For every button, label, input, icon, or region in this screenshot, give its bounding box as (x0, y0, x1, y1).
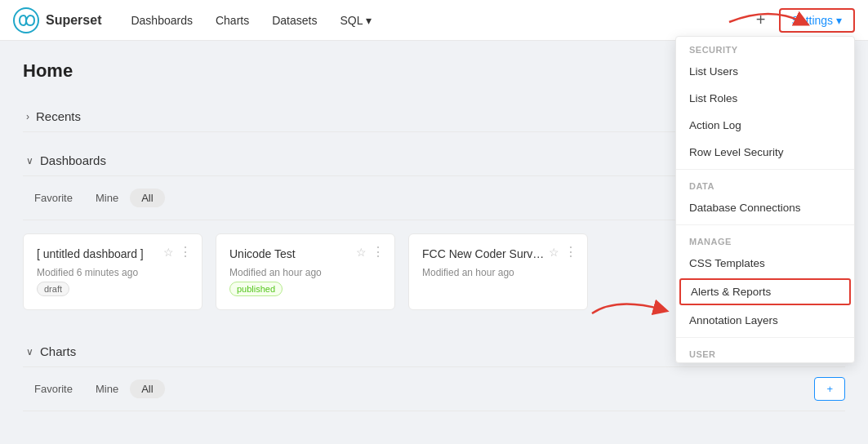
dropdown-section-manage-label: Manage (676, 229, 854, 250)
recents-label: Recents (36, 109, 81, 123)
card-0-badge: draft (37, 282, 69, 296)
dropdown-annotation-layers[interactable]: Annotation Layers (676, 307, 854, 334)
card-0-actions: ☆ ⋮ (163, 244, 192, 260)
dropdown-divider-1 (676, 169, 854, 170)
charts-filter-row: Favorite Mine All + (23, 367, 845, 411)
card-2-star-icon[interactable]: ☆ (549, 246, 559, 259)
dropdown-section-data-label: Data (676, 173, 854, 194)
dashboard-card-1: ☆ ⋮ Unicode Test Modified an hour ago pu… (216, 233, 395, 310)
nav-sql[interactable]: SQL ▾ (330, 9, 381, 32)
card-0-more-icon[interactable]: ⋮ (179, 244, 192, 260)
brand[interactable]: Superset (13, 7, 101, 33)
plus-button[interactable]: + (750, 7, 772, 33)
dropdown-alerts-reports[interactable]: Alerts & Reports (679, 278, 851, 305)
charts-filter-all[interactable]: All (130, 380, 164, 398)
card-1-actions: ☆ ⋮ (356, 244, 385, 260)
card-1-more-icon[interactable]: ⋮ (372, 244, 385, 260)
dropdown-section-security-label: Security (676, 37, 854, 58)
nav-links: Dashboards Charts Datasets SQL ▾ (121, 9, 749, 32)
card-0-star-icon[interactable]: ☆ (163, 246, 174, 259)
dashboards-filter-mine[interactable]: Mine (84, 189, 130, 207)
dropdown-divider-2 (676, 224, 854, 225)
nav-dashboards[interactable]: Dashboards (121, 9, 203, 32)
brand-logo-icon (13, 7, 39, 33)
dropdown-action-log[interactable]: Action Log (676, 112, 854, 139)
charts-label: Charts (40, 344, 76, 358)
dropdown-row-level-security[interactable]: Row Level Security (676, 139, 854, 166)
card-2-more-icon[interactable]: ⋮ (564, 244, 577, 260)
settings-button[interactable]: Settings ▾ (779, 8, 855, 33)
card-1-badge: published (229, 282, 283, 296)
card-1-star-icon[interactable]: ☆ (356, 246, 367, 259)
dashboards-label: Dashboards (40, 153, 106, 167)
add-chart-button[interactable]: + (814, 377, 845, 401)
nav-actions: + Settings ▾ (750, 7, 855, 33)
navbar: Superset Dashboards Charts Datasets SQL … (0, 0, 868, 41)
dropdown-database-connections[interactable]: Database Connections (676, 194, 854, 221)
nav-datasets[interactable]: Datasets (262, 9, 327, 32)
nav-charts[interactable]: Charts (206, 9, 259, 32)
charts-filter-favorite[interactable]: Favorite (23, 380, 84, 398)
dashboard-card-2: ☆ ⋮ FCC New Coder Surv… Modified an hour… (408, 233, 588, 310)
dashboard-card-0: ☆ ⋮ [ untitled dashboard ] Modified 6 mi… (23, 233, 203, 310)
card-2-actions: ☆ ⋮ (549, 244, 577, 260)
dashboards-filter-favorite[interactable]: Favorite (23, 189, 84, 207)
dashboards-filter-all[interactable]: All (130, 189, 164, 207)
dashboards-chevron-icon: ∨ (26, 155, 33, 166)
dropdown-css-templates[interactable]: CSS Templates (676, 250, 854, 277)
card-1-meta: Modified an hour ago (229, 267, 381, 278)
settings-dropdown: Security List Users List Roles Action Lo… (675, 36, 855, 363)
dropdown-list-roles[interactable]: List Roles (676, 85, 854, 112)
charts-chevron-icon: ∨ (26, 346, 33, 357)
dropdown-section-user-label: User (676, 341, 854, 362)
dropdown-divider-3 (676, 337, 854, 338)
dropdown-list-users[interactable]: List Users (676, 58, 854, 85)
card-2-meta: Modified an hour ago (422, 267, 574, 278)
brand-name: Superset (46, 13, 101, 28)
recents-chevron-icon: › (26, 111, 29, 122)
card-0-meta: Modified 6 minutes ago (37, 267, 189, 278)
charts-filter-mine[interactable]: Mine (84, 380, 130, 398)
